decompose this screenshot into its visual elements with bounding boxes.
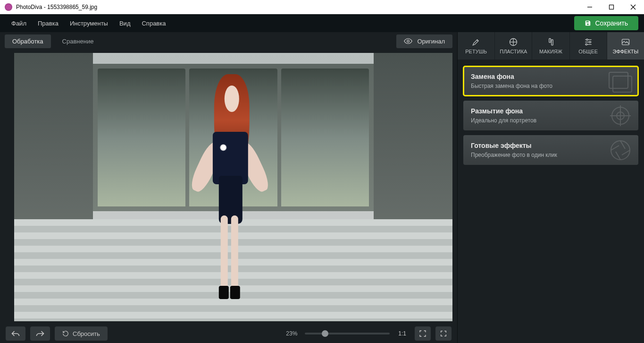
save-button[interactable]: Сохранить (574, 16, 638, 30)
tooltab-retouch[interactable]: РЕТУШЬ (458, 32, 494, 60)
tooltab-makeup-label: МАКИЯЖ (539, 49, 562, 54)
menu-help[interactable]: Справка (136, 17, 171, 30)
svg-point-15 (585, 43, 587, 45)
tooltab-general-label: ОБЩЕЕ (578, 49, 598, 54)
tooltab-plastic[interactable]: ПЛАСТИКА (494, 32, 532, 60)
undo-icon (11, 330, 20, 337)
effects-list: Замена фона Быстрая замена фона на фото … (458, 60, 644, 165)
aperture-icon (606, 138, 635, 162)
menu-edit[interactable]: Правка (32, 17, 64, 30)
window-maximize-button[interactable] (601, 0, 622, 14)
zoom-slider-thumb[interactable] (322, 330, 328, 337)
svg-rect-17 (609, 72, 628, 88)
svg-point-13 (586, 39, 588, 40)
tooltab-plastic-label: ПЛАСТИКА (500, 49, 527, 54)
fit-screen-icon (419, 330, 427, 337)
image-canvas[interactable] (14, 53, 452, 321)
tooltab-effects[interactable]: ЭФФЕКТЫ (607, 32, 644, 60)
sliders-icon (584, 37, 593, 47)
zoom-slider[interactable] (305, 333, 390, 334)
tooltab-makeup[interactable]: МАКИЯЖ (532, 32, 569, 60)
fullscreen-button[interactable] (435, 326, 452, 341)
effect-card-presets[interactable]: Готовые эффекты Преображение фото в один… (463, 135, 638, 165)
svg-point-4 (407, 40, 410, 43)
menu-tools[interactable]: Инструменты (64, 17, 114, 30)
svg-point-14 (589, 41, 590, 43)
effects-icon (621, 37, 630, 47)
show-original-label: Оригинал (417, 38, 445, 45)
menu-view[interactable]: Вид (114, 17, 136, 30)
canvas-column: Обработка Сравнение Оригинал (0, 32, 457, 343)
tooltab-general[interactable]: ОБЩЕЕ (569, 32, 607, 60)
svg-rect-8 (549, 39, 550, 43)
svg-rect-1 (610, 5, 614, 9)
tooltab-effects-label: ЭФФЕКТЫ (612, 49, 638, 54)
tool-tabs: РЕТУШЬ ПЛАСТИКА МАКИЯЖ ОБЩЕЕ ЭФФЕКТЫ (458, 32, 644, 60)
undo-button[interactable] (6, 326, 25, 341)
effect-card-blur-bg[interactable]: Размытие фона Идеально для портретов (463, 101, 638, 130)
svg-rect-9 (551, 40, 552, 45)
tab-edit[interactable]: Обработка (5, 34, 51, 48)
eye-icon (404, 38, 412, 44)
menubar: Файл Правка Инструменты Вид Справка Сохр… (0, 14, 644, 32)
zoom-one-to-one-button[interactable]: 1:1 (394, 330, 410, 337)
blur-bg-icon (606, 104, 635, 128)
svg-point-23 (611, 141, 630, 160)
show-original-button[interactable]: Оригинал (396, 34, 452, 48)
fit-screen-button[interactable] (415, 326, 431, 341)
canvas-bottom-bar: Сбросить 23% 1:1 (0, 324, 457, 343)
view-tab-row: Обработка Сравнение Оригинал (0, 32, 457, 50)
retouch-icon (471, 37, 481, 47)
app-title: PhotoDiva - 1553398865_59.jpg (16, 4, 97, 10)
save-icon (585, 20, 591, 26)
redo-icon (35, 330, 45, 337)
tab-compare[interactable]: Сравнение (55, 34, 101, 48)
reset-label: Сбросить (73, 330, 100, 337)
window-minimize-button[interactable] (579, 0, 601, 14)
edited-photo (14, 53, 452, 321)
makeup-icon (546, 37, 556, 47)
reset-icon (62, 330, 69, 337)
effect-card-replace-bg[interactable]: Замена фона Быстрая замена фона на фото (463, 66, 638, 96)
reset-button[interactable]: Сбросить (55, 326, 108, 341)
menu-file[interactable]: Файл (6, 17, 32, 30)
window-close-button[interactable] (622, 0, 644, 14)
fullscreen-icon (440, 330, 447, 337)
zoom-value: 23% (286, 330, 297, 337)
plastic-icon (509, 37, 518, 47)
tooltab-retouch-label: РЕТУШЬ (465, 49, 487, 54)
tools-panel: РЕТУШЬ ПЛАСТИКА МАКИЯЖ ОБЩЕЕ ЭФФЕКТЫ Зам… (457, 32, 644, 343)
replace-bg-icon (606, 69, 635, 93)
app-logo-icon (5, 3, 12, 11)
titlebar: PhotoDiva - 1553398865_59.jpg (0, 0, 644, 14)
save-button-label: Сохранить (595, 19, 628, 27)
redo-button[interactable] (30, 326, 50, 341)
svg-rect-18 (613, 76, 632, 92)
